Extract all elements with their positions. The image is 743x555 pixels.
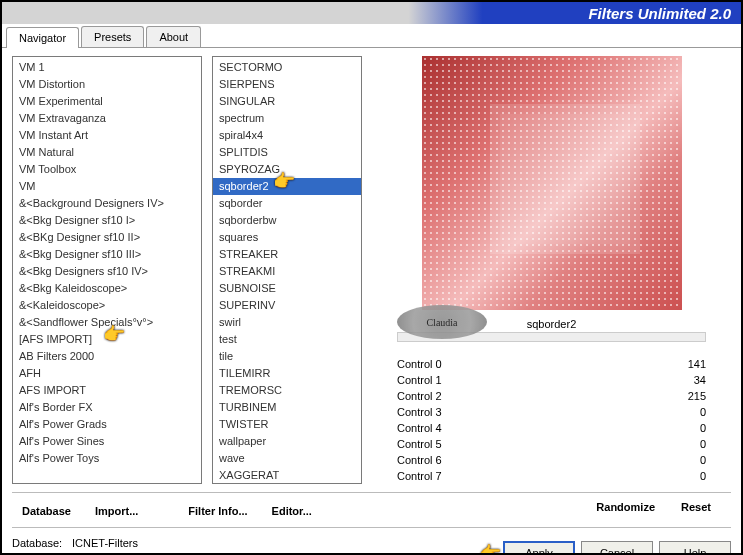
main-panel: VM 1VM DistortionVM ExperimentalVM Extra… — [2, 48, 741, 488]
preview-image — [422, 56, 682, 310]
tab-about[interactable]: About — [146, 26, 201, 47]
list-item[interactable]: STREAKER — [213, 246, 361, 263]
control-row[interactable]: Control 40 — [397, 420, 706, 436]
list-item[interactable]: Alf's Border FX — [13, 399, 201, 416]
list-item[interactable]: &<Bkg Designers sf10 IV> — [13, 263, 201, 280]
divider — [12, 527, 731, 528]
tab-presets[interactable]: Presets — [81, 26, 144, 47]
app-title: Filters Unlimited 2.0 — [588, 5, 731, 22]
list-item[interactable]: Alf's Power Grads — [13, 416, 201, 433]
list-item[interactable]: &<Bkg Designer sf10 III> — [13, 246, 201, 263]
list-item[interactable]: SPYROZAG — [213, 161, 361, 178]
list-item[interactable]: squares — [213, 229, 361, 246]
randomize-button[interactable]: Randomize — [596, 501, 655, 521]
list-item[interactable]: VM Distortion — [13, 76, 201, 93]
list-item[interactable]: &<BKg Designer sf10 II> — [13, 229, 201, 246]
list-item[interactable]: spiral4x4 — [213, 127, 361, 144]
list-item[interactable]: SINGULAR — [213, 93, 361, 110]
database-button[interactable]: Database — [12, 501, 81, 521]
list-item[interactable]: VM 1 — [13, 59, 201, 76]
list-item[interactable]: TWISTER — [213, 416, 361, 433]
list-item[interactable]: AFS IMPORT — [13, 382, 201, 399]
list-item[interactable]: TILEMIRR — [213, 365, 361, 382]
pointing-hand-icon — [479, 544, 503, 555]
list-item[interactable]: TREMORSC — [213, 382, 361, 399]
list-item[interactable]: TURBINEM — [213, 399, 361, 416]
apply-button[interactable]: Apply — [503, 541, 575, 555]
list-item[interactable]: sqborder — [213, 195, 361, 212]
list-item[interactable]: Alf's Power Sines — [13, 433, 201, 450]
list-item[interactable]: tile — [213, 348, 361, 365]
list-item[interactable]: test — [213, 331, 361, 348]
tab-bar: Navigator Presets About — [2, 26, 741, 48]
list-item[interactable]: VM Instant Art — [13, 127, 201, 144]
control-label: Control 3 — [397, 406, 442, 418]
filter-info-button[interactable]: Filter Info... — [178, 501, 257, 521]
status-text: Database:ICNET-Filters Filters:4568 — [12, 536, 138, 555]
control-row[interactable]: Control 30 — [397, 404, 706, 420]
list-item[interactable]: [AFS IMPORT] — [13, 331, 201, 348]
list-item[interactable]: VM Extravaganza — [13, 110, 201, 127]
category-list[interactable]: VM 1VM DistortionVM ExperimentalVM Extra… — [12, 56, 202, 484]
control-row[interactable]: Control 134 — [397, 372, 706, 388]
control-label: Control 4 — [397, 422, 442, 434]
list-item[interactable]: VM Natural — [13, 144, 201, 161]
list-item[interactable]: AFH — [13, 365, 201, 382]
control-row[interactable]: Control 2215 — [397, 388, 706, 404]
list-item[interactable]: SECTORMO — [213, 59, 361, 76]
list-item[interactable]: XAGGERAT — [213, 467, 361, 484]
control-value: 0 — [700, 454, 706, 466]
control-value: 0 — [700, 422, 706, 434]
preview-inner-square — [500, 114, 630, 244]
list-item[interactable]: Alf's Power Toys — [13, 450, 201, 467]
list-item[interactable]: wallpaper — [213, 433, 361, 450]
list-item[interactable]: &<Bkg Designer sf10 I> — [13, 212, 201, 229]
list-item[interactable]: SUBNOISE — [213, 280, 361, 297]
list-item[interactable]: VM Experimental — [13, 93, 201, 110]
list-item[interactable]: swirl — [213, 314, 361, 331]
toolbar: Database Import... Filter Info... Editor… — [2, 497, 741, 523]
list-item[interactable]: sqborder2 — [213, 178, 361, 195]
control-value: 141 — [688, 358, 706, 370]
divider — [12, 492, 731, 493]
right-pane: sqborder2 Control 0141Control 134Control… — [372, 56, 731, 484]
list-item[interactable]: SUPERINV — [213, 297, 361, 314]
control-row[interactable]: Control 0141 — [397, 356, 706, 372]
list-item[interactable]: VM Toolbox — [13, 161, 201, 178]
list-item[interactable]: wave — [213, 450, 361, 467]
control-label: Control 0 — [397, 358, 442, 370]
cancel-button[interactable]: Cancel — [581, 541, 653, 555]
list-item[interactable]: VM — [13, 178, 201, 195]
editor-button[interactable]: Editor... — [262, 501, 322, 521]
pointing-hand-icon — [273, 176, 297, 196]
controls-panel: Control 0141Control 134Control 2215Contr… — [372, 350, 731, 484]
control-value: 0 — [700, 406, 706, 418]
list-item[interactable]: spectrum — [213, 110, 361, 127]
list-item[interactable]: &<Sandflower Specials°v°> — [13, 314, 201, 331]
list-item[interactable]: &<Bkg Kaleidoscope> — [13, 280, 201, 297]
list-item[interactable]: SIERPENS — [213, 76, 361, 93]
control-row[interactable]: Control 60 — [397, 452, 706, 468]
import-button[interactable]: Import... — [85, 501, 148, 521]
control-label: Control 6 — [397, 454, 442, 466]
control-value: 0 — [700, 470, 706, 482]
list-item[interactable]: sqborderbw — [213, 212, 361, 229]
reset-button[interactable]: Reset — [681, 501, 711, 521]
control-label: Control 5 — [397, 438, 442, 450]
tab-navigator[interactable]: Navigator — [6, 27, 79, 48]
list-item[interactable]: AB Filters 2000 — [13, 348, 201, 365]
list-item[interactable]: &<Kaleidoscope> — [13, 297, 201, 314]
control-value: 0 — [700, 438, 706, 450]
list-item[interactable]: SPLITDIS — [213, 144, 361, 161]
footer: Database:ICNET-Filters Filters:4568 Appl… — [2, 532, 741, 555]
control-row[interactable]: Control 70 — [397, 468, 706, 484]
control-value: 34 — [694, 374, 706, 386]
control-row[interactable]: Control 50 — [397, 436, 706, 452]
help-button[interactable]: Help — [659, 541, 731, 555]
control-value: 215 — [688, 390, 706, 402]
title-bar: Filters Unlimited 2.0 — [2, 2, 741, 24]
list-item[interactable]: STREAKMI — [213, 263, 361, 280]
list-item[interactable]: &<Background Designers IV> — [13, 195, 201, 212]
filter-list[interactable]: SECTORMOSIERPENSSINGULARspectrumspiral4x… — [212, 56, 362, 484]
pointing-hand-icon — [103, 329, 127, 349]
